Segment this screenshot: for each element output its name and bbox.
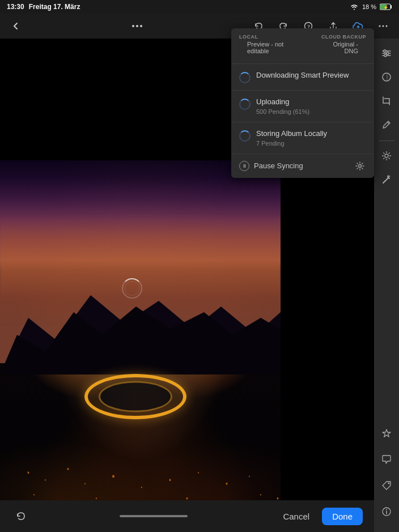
time: 13:30 bbox=[7, 3, 24, 11]
svg-point-46 bbox=[388, 483, 390, 484]
status-left: 13:30 Freitag 17. März bbox=[7, 3, 80, 11]
pause-sync-button[interactable]: ⏸ Pause Syncing bbox=[239, 161, 303, 171]
sync-item-download: Downloading Smart Preview bbox=[231, 64, 374, 91]
pause-label: Pause Syncing bbox=[254, 161, 303, 170]
info-icon bbox=[381, 507, 392, 517]
svg-point-44 bbox=[384, 54, 387, 57]
bottom-undo-button[interactable] bbox=[11, 507, 29, 525]
svg-point-15 bbox=[141, 487, 142, 488]
svg-point-10 bbox=[28, 471, 29, 474]
spinner-store bbox=[239, 130, 251, 142]
bottom-bar-right: Cancel Done bbox=[277, 508, 363, 525]
sync-item-upload-text: Uploading 500 Pending (61%) bbox=[256, 97, 366, 115]
sidebar-sliders-button[interactable] bbox=[376, 43, 397, 63]
svg-point-14 bbox=[112, 475, 114, 478]
cloud-sub: Original - DNG bbox=[312, 41, 366, 60]
svg-point-13 bbox=[84, 483, 86, 484]
cancel-button[interactable]: Cancel bbox=[277, 508, 315, 525]
svg-point-5 bbox=[379, 25, 381, 27]
settings-gear-icon bbox=[381, 151, 392, 161]
svg-point-7 bbox=[386, 25, 388, 27]
svg-point-48 bbox=[386, 509, 387, 510]
store-sub: 7 Pending bbox=[256, 140, 366, 147]
bottom-bar-left bbox=[11, 507, 29, 525]
sliders-icon bbox=[381, 48, 392, 58]
sidebar-star-button[interactable] bbox=[376, 423, 397, 444]
sync-item-store-text: Storing Album Locally 7 Pending bbox=[256, 129, 366, 147]
done-button[interactable]: Done bbox=[322, 508, 363, 525]
tag-icon bbox=[381, 480, 392, 491]
svg-point-29 bbox=[277, 497, 279, 500]
sync-header: LOCAL Preview - not editable CLOUD BACKU… bbox=[231, 28, 374, 64]
svg-point-17 bbox=[198, 472, 199, 474]
loading-spinner bbox=[122, 278, 142, 299]
sync-footer[interactable]: ⏸ Pause Syncing bbox=[231, 154, 374, 178]
bottom-undo-icon bbox=[15, 511, 26, 521]
local-sub: Preview - not editable bbox=[239, 41, 312, 60]
svg-point-18 bbox=[226, 483, 228, 485]
sync-panel: LOCAL Preview - not editable CLOUD BACKU… bbox=[231, 28, 374, 178]
sync-local-col: LOCAL Preview - not editable bbox=[239, 34, 312, 60]
toolbar-left bbox=[7, 17, 25, 35]
spinner-download bbox=[239, 72, 251, 83]
svg-point-22 bbox=[96, 497, 97, 499]
store-title: Storing Album Locally bbox=[256, 129, 366, 139]
svg-point-42 bbox=[384, 50, 386, 52]
status-right: 18 % ⚡ bbox=[350, 3, 392, 10]
cloud-label: CLOUD BACKUP bbox=[312, 34, 366, 40]
sidebar-presets-button[interactable] bbox=[376, 67, 397, 87]
svg-point-43 bbox=[387, 52, 389, 54]
sidebar-info-button[interactable] bbox=[376, 501, 397, 522]
svg-text:⚡: ⚡ bbox=[383, 5, 389, 10]
pencil-icon bbox=[381, 120, 392, 130]
crop-icon bbox=[381, 96, 392, 106]
svg-point-25 bbox=[186, 497, 188, 500]
svg-point-6 bbox=[383, 25, 384, 27]
pause-icon: ⏸ bbox=[239, 161, 249, 171]
star-icon bbox=[381, 428, 392, 439]
sync-cloud-col: CLOUD BACKUP Original - DNG bbox=[312, 34, 366, 60]
sidebar-divider bbox=[379, 141, 394, 141]
upload-title: Uploading bbox=[256, 97, 366, 107]
sidebar-tag-button[interactable] bbox=[376, 475, 397, 496]
right-sidebar bbox=[374, 39, 399, 532]
home-indicator-area bbox=[29, 515, 277, 517]
svg-point-19 bbox=[249, 475, 250, 477]
sidebar-adjust-button[interactable] bbox=[376, 169, 397, 190]
photo-container bbox=[0, 158, 281, 531]
comment-icon bbox=[381, 454, 392, 465]
three-dots bbox=[132, 25, 142, 27]
upload-sub: 500 Pending (61%) bbox=[256, 108, 366, 115]
sync-item-download-text: Downloading Smart Preview bbox=[256, 71, 366, 80]
more-button[interactable] bbox=[374, 17, 392, 35]
status-bar: 13:30 Freitag 17. März 18 % ⚡ bbox=[0, 0, 399, 14]
sync-item-store: Storing Album Locally 7 Pending bbox=[231, 122, 374, 154]
sidebar-edit-button[interactable] bbox=[376, 114, 397, 135]
download-title: Downloading Smart Preview bbox=[256, 71, 366, 80]
battery-pct: 18 % bbox=[362, 3, 376, 10]
spinner-upload bbox=[239, 99, 251, 110]
sidebar-settings-button[interactable] bbox=[376, 146, 397, 166]
local-label: LOCAL bbox=[239, 34, 312, 40]
date: Freitag 17. März bbox=[29, 3, 80, 11]
sync-settings-button[interactable] bbox=[354, 160, 366, 172]
battery-icon: ⚡ bbox=[380, 3, 392, 10]
toolbar-center bbox=[132, 25, 142, 27]
sidebar-crop-button[interactable] bbox=[376, 91, 397, 111]
svg-point-11 bbox=[45, 479, 46, 481]
adjust-icon bbox=[381, 175, 392, 185]
svg-point-28 bbox=[260, 494, 261, 496]
sync-item-upload: Uploading 500 Pending (61%) bbox=[231, 91, 374, 122]
sidebar-comment-button[interactable] bbox=[376, 449, 397, 470]
sidebar-bottom bbox=[376, 423, 397, 532]
svg-point-20 bbox=[33, 494, 35, 496]
back-button[interactable] bbox=[7, 17, 25, 35]
presets-icon bbox=[381, 72, 392, 82]
svg-point-12 bbox=[67, 468, 69, 470]
svg-point-16 bbox=[169, 479, 171, 481]
bottom-bar: Cancel Done bbox=[0, 500, 374, 532]
gear-icon bbox=[355, 161, 364, 171]
home-indicator bbox=[120, 515, 188, 517]
wifi-icon bbox=[350, 3, 359, 10]
